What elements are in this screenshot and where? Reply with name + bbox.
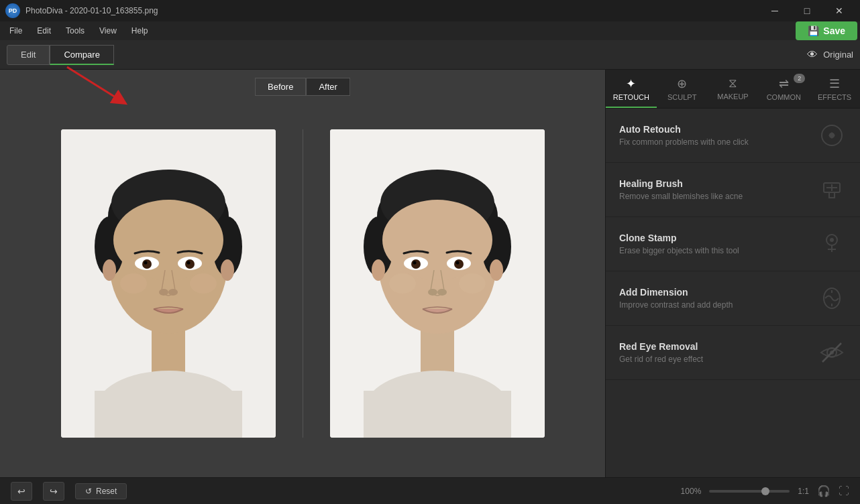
before-after-labels: Before After xyxy=(255,78,350,96)
svg-point-40 xyxy=(437,289,447,296)
menu-bar: File Edit Tools View Help 💾 Save xyxy=(0,21,860,40)
after-image xyxy=(330,129,545,438)
canvas-area: Before After xyxy=(0,70,605,477)
tool-info-add-dimension: Add Dimension Improve contrast and add d… xyxy=(619,287,817,310)
save-icon: 💾 xyxy=(808,25,819,36)
retouch-label: RETOUCH xyxy=(613,93,649,101)
zoom-ratio: 1:1 xyxy=(798,487,809,496)
maximize-button[interactable]: □ xyxy=(792,0,822,21)
divider xyxy=(303,129,303,438)
menu-help[interactable]: Help xyxy=(125,23,155,38)
before-image xyxy=(61,129,276,438)
menu-file[interactable]: File xyxy=(3,23,29,38)
svg-point-39 xyxy=(428,289,437,296)
close-button[interactable]: ✕ xyxy=(824,0,855,21)
tool-info-auto-retouch: Auto Retouch Fix common problems with on… xyxy=(619,124,817,147)
zoom-info: 100% 1:1 🎧 ⛶ xyxy=(681,485,849,497)
zoom-percent: 100% xyxy=(681,487,702,496)
redo-button[interactable]: ↪ xyxy=(43,482,64,501)
svg-point-43 xyxy=(372,259,385,281)
svg-point-13 xyxy=(142,259,152,269)
common-label: COMMON xyxy=(767,93,801,101)
svg-rect-4 xyxy=(95,391,242,438)
title-bar-left: PD PhotoDiva - 2020-01-10_163855.png xyxy=(5,3,158,18)
tab-effects[interactable]: ☰ EFFECTS xyxy=(809,70,860,108)
svg-point-20 xyxy=(190,273,217,294)
common-badge: 2 xyxy=(794,74,805,83)
tool-clone-stamp[interactable]: Clone Stamp Erase bigger objects with th… xyxy=(606,217,860,271)
retouch-icon: ✦ xyxy=(626,76,636,91)
zoom-handle[interactable] xyxy=(761,487,769,495)
app-logo: PD xyxy=(5,3,20,18)
before-label[interactable]: Before xyxy=(255,78,306,96)
svg-point-37 xyxy=(413,261,416,265)
after-label[interactable]: After xyxy=(306,78,350,96)
original-label: Original xyxy=(823,50,853,60)
tool-auto-retouch[interactable]: Auto Retouch Fix common problems with on… xyxy=(606,109,860,163)
window-controls: ─ □ ✕ xyxy=(759,0,855,21)
eye-icon: 👁 xyxy=(807,49,818,61)
effects-icon: ☰ xyxy=(829,76,840,91)
tool-desc-auto-retouch: Fix common problems with one click xyxy=(619,137,817,147)
svg-point-16 xyxy=(186,261,190,265)
tab-retouch[interactable]: ✦ RETOUCH xyxy=(606,70,657,108)
minimize-button[interactable]: ─ xyxy=(759,0,790,21)
svg-point-17 xyxy=(159,289,168,296)
reset-button[interactable]: ↺ Reset xyxy=(75,483,127,499)
audio-icon[interactable]: 🎧 xyxy=(817,485,830,497)
tool-list: Auto Retouch Fix common problems with on… xyxy=(606,109,860,477)
reset-label: Reset xyxy=(96,487,117,496)
save-button[interactable]: 💾 Save xyxy=(796,21,857,40)
tab-makeup[interactable]: ⧖ MAKEUP xyxy=(708,70,759,108)
auto-retouch-icon xyxy=(817,121,847,150)
healing-brush-icon xyxy=(817,175,847,204)
svg-point-15 xyxy=(144,261,147,265)
save-label: Save xyxy=(823,25,845,36)
title-bar: PD PhotoDiva - 2020-01-10_163855.png ─ □… xyxy=(0,0,860,21)
svg-point-22 xyxy=(221,259,234,281)
menu-edit[interactable]: Edit xyxy=(30,23,58,38)
tab-bar: ✦ RETOUCH ⊕ SCULPT ⧖ MAKEUP ⇌ COMMON 2 ☰… xyxy=(606,70,860,109)
tool-name-add-dimension: Add Dimension xyxy=(619,287,817,298)
clone-stamp-icon xyxy=(817,229,847,259)
images-container xyxy=(0,70,605,477)
tool-red-eye-removal[interactable]: Red Eye Removal Get rid of red eye effec… xyxy=(606,326,860,380)
zoom-slider[interactable] xyxy=(709,490,790,493)
compare-button[interactable]: Compare xyxy=(50,45,113,65)
svg-point-46 xyxy=(829,133,835,138)
tool-desc-add-dimension: Improve contrast and add depth xyxy=(619,300,817,310)
makeup-label: MAKEUP xyxy=(717,92,748,101)
reset-icon: ↺ xyxy=(85,487,92,496)
svg-point-14 xyxy=(185,259,195,269)
add-dimension-icon xyxy=(817,284,847,313)
svg-point-21 xyxy=(103,259,116,281)
tool-info-clone-stamp: Clone Stamp Erase bigger objects with th… xyxy=(619,233,817,255)
svg-point-32 xyxy=(382,200,492,280)
title-text: PhotoDiva - 2020-01-10_163855.png xyxy=(25,6,158,15)
tool-name-red-eye: Red Eye Removal xyxy=(619,341,817,352)
svg-point-19 xyxy=(120,273,147,294)
svg-rect-26 xyxy=(364,391,511,438)
view-original[interactable]: 👁 Original xyxy=(807,49,853,61)
tool-desc-clone-stamp: Erase bigger objects with this tool xyxy=(619,246,817,255)
menu-tools[interactable]: Tools xyxy=(59,23,91,38)
tool-info-healing-brush: Healing Brush Remove small blemishes lik… xyxy=(619,178,817,201)
red-eye-icon xyxy=(817,338,847,367)
svg-point-42 xyxy=(459,273,486,294)
fullscreen-icon[interactable]: ⛶ xyxy=(839,485,849,497)
menu-view[interactable]: View xyxy=(93,23,123,38)
tool-healing-brush[interactable]: Healing Brush Remove small blemishes lik… xyxy=(606,163,860,217)
undo-button[interactable]: ↩ xyxy=(11,482,32,501)
sculpt-icon: ⊕ xyxy=(677,76,687,91)
tool-add-dimension[interactable]: Add Dimension Improve contrast and add d… xyxy=(606,271,860,326)
tab-sculpt[interactable]: ⊕ SCULPT xyxy=(657,70,708,108)
common-icon: ⇌ xyxy=(779,76,789,91)
edit-button[interactable]: Edit xyxy=(7,45,50,65)
before-photo xyxy=(61,129,276,438)
svg-rect-48 xyxy=(829,192,835,198)
sculpt-label: SCULPT xyxy=(667,93,696,101)
svg-point-36 xyxy=(454,259,464,269)
svg-point-10 xyxy=(113,200,223,280)
right-panel: ✦ RETOUCH ⊕ SCULPT ⧖ MAKEUP ⇌ COMMON 2 ☰… xyxy=(605,70,860,477)
tab-common[interactable]: ⇌ COMMON 2 xyxy=(758,70,809,108)
